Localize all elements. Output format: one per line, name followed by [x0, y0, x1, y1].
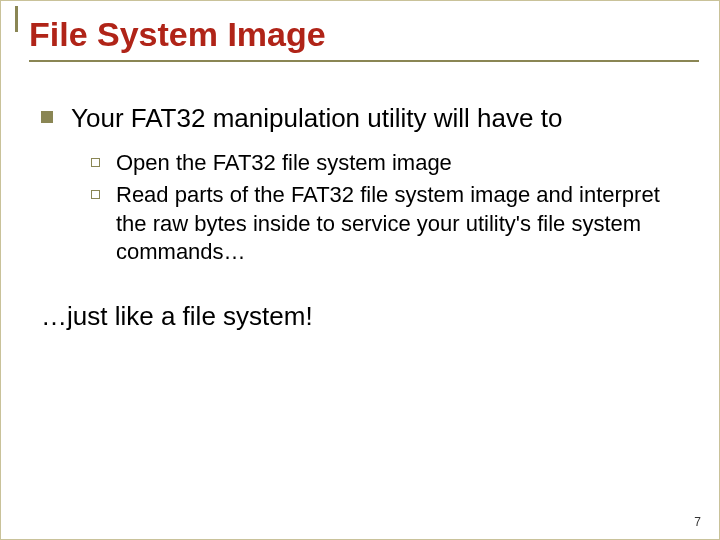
title-accent-bar: [15, 6, 18, 32]
page-number: 7: [694, 515, 701, 529]
hollow-square-bullet-icon: [91, 158, 100, 167]
closing-line: …just like a file system!: [41, 301, 679, 332]
square-bullet-icon: [41, 111, 53, 123]
slide-title: File System Image: [29, 15, 699, 60]
subpoint-group: Open the FAT32 file system image Read pa…: [91, 149, 679, 267]
subpoint-text: Read parts of the FAT32 file system imag…: [116, 181, 679, 267]
main-point-text: Your FAT32 manipulation utility will hav…: [71, 102, 562, 135]
hollow-square-bullet-icon: [91, 190, 100, 199]
title-area: File System Image: [1, 1, 719, 62]
bullet-level-1: Your FAT32 manipulation utility will hav…: [41, 102, 679, 135]
slide-content: Your FAT32 manipulation utility will hav…: [1, 62, 719, 332]
bullet-level-2: Read parts of the FAT32 file system imag…: [91, 181, 679, 267]
subpoint-text: Open the FAT32 file system image: [116, 149, 452, 178]
bullet-level-2: Open the FAT32 file system image: [91, 149, 679, 178]
closing-text: …just like a file system!: [41, 301, 679, 332]
